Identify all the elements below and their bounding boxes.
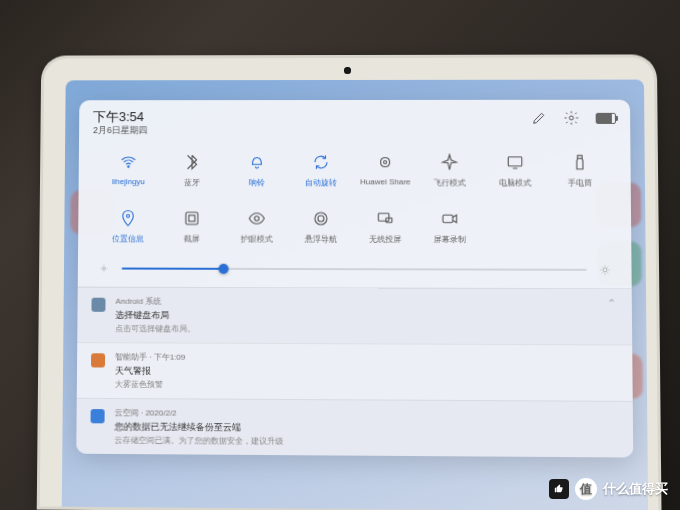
notification-app-icon: [91, 353, 105, 367]
qs-label: 电脑模式: [499, 178, 531, 189]
location-icon: [119, 209, 137, 227]
qs-toggle-airplane[interactable]: 飞行模式: [418, 146, 483, 198]
share-icon: [376, 153, 394, 171]
svg-point-14: [102, 267, 105, 270]
float-icon: [312, 210, 330, 228]
notification-item[interactable]: Android 系统选择键盘布局点击可选择键盘布局。⌃: [77, 287, 632, 345]
svg-rect-11: [379, 214, 390, 222]
qs-label: 悬浮导航: [305, 234, 337, 245]
notification-source: 云空间 · 2020/2/2: [115, 407, 619, 421]
svg-rect-7: [189, 216, 195, 222]
qs-label: 手电筒: [568, 178, 592, 189]
watermark-badge: 值: [575, 478, 597, 500]
watermark: 值 什么值得买: [549, 478, 668, 500]
airplane-icon: [441, 153, 459, 171]
chevron-up-icon[interactable]: ⌃: [605, 298, 618, 337]
record-icon: [441, 210, 459, 228]
qs-label: Huawei Share: [360, 178, 411, 187]
watermark-text: 什么值得买: [603, 480, 668, 498]
qs-label: 自动旋转: [305, 177, 337, 188]
svg-point-5: [127, 215, 130, 218]
svg-point-8: [254, 216, 259, 221]
svg-point-0: [569, 116, 573, 120]
qs-toggle-wifi[interactable]: lihejingyu: [96, 146, 160, 198]
svg-point-10: [315, 213, 327, 225]
thumbs-up-icon: [549, 479, 569, 499]
cast-icon: [376, 210, 394, 228]
qs-label: 无线投屏: [369, 234, 401, 245]
notification-app-icon: [91, 409, 105, 423]
qs-toggle-eye[interactable]: 护眼模式: [224, 203, 288, 256]
qs-label: 护眼模式: [240, 234, 272, 245]
qs-toggle-share[interactable]: Huawei Share: [353, 146, 418, 198]
clock-date: 2月6日星期四: [93, 126, 148, 136]
brightness-high-icon: [599, 264, 611, 276]
qs-label: 响铃: [248, 177, 264, 188]
settings-icon[interactable]: [563, 110, 579, 126]
rotate-icon: [312, 153, 330, 171]
qs-label: 屏幕录制: [434, 234, 466, 245]
notification-panel: 下午3:54 2月6日星期四 lihejingyu蓝牙响铃自动旋转Huawei …: [76, 100, 633, 458]
battery-icon: [596, 112, 616, 123]
qs-toggle-record[interactable]: 屏幕录制: [418, 203, 483, 256]
notification-title: 天气警报: [115, 365, 618, 381]
brightness-low-icon: [98, 263, 110, 275]
flashlight-icon: [571, 153, 589, 171]
notification-app-icon: [91, 298, 105, 312]
wifi-icon: [120, 153, 138, 171]
svg-rect-13: [443, 215, 453, 223]
notification-text: 点击可选择键盘布局。: [115, 323, 595, 336]
notification-item[interactable]: 智能助手 · 下午1:09天气警报大雾蓝色预警: [77, 342, 633, 401]
svg-rect-3: [508, 157, 522, 166]
qs-label: 飞行模式: [434, 178, 466, 189]
edit-icon[interactable]: [531, 110, 547, 126]
svg-point-1: [128, 166, 130, 168]
desktop-icon: [506, 153, 524, 171]
svg-rect-6: [186, 213, 198, 225]
qs-toggle-float[interactable]: 悬浮导航: [288, 203, 353, 256]
notification-source: Android 系统: [115, 296, 595, 309]
notification-text: 云存储空间已满。为了您的数据安全，建议升级: [114, 435, 618, 450]
svg-rect-4: [577, 156, 582, 159]
bell-icon: [248, 153, 266, 171]
bluetooth-icon: [183, 153, 201, 171]
svg-point-15: [603, 268, 607, 272]
qs-toggle-screenshot[interactable]: 截屏: [160, 202, 224, 254]
notification-title: 选择键盘布局: [115, 309, 595, 324]
qs-toggle-cast[interactable]: 无线投屏: [353, 203, 418, 256]
svg-point-9: [318, 216, 324, 222]
qs-label: lihejingyu: [112, 177, 145, 186]
qs-toggle-rotate[interactable]: 自动旋转: [289, 146, 353, 198]
qs-toggle-bluetooth[interactable]: 蓝牙: [160, 146, 224, 198]
qs-label: 蓝牙: [184, 177, 200, 188]
notification-text: 大雾蓝色预警: [115, 379, 619, 393]
screenshot-icon: [183, 209, 201, 227]
svg-point-2: [384, 161, 387, 164]
qs-toggle-desktop[interactable]: 电脑模式: [482, 146, 547, 199]
tablet-camera: [344, 67, 351, 74]
qs-toggle-flashlight[interactable]: 手电筒: [547, 146, 613, 199]
notification-source: 智能助手 · 下午1:09: [115, 352, 618, 366]
clock-time: 下午3:54: [93, 110, 148, 124]
qs-label: 截屏: [184, 234, 200, 245]
qs-label: 位置信息: [112, 233, 144, 244]
brightness-slider-row: [78, 255, 632, 289]
qs-toggle-location[interactable]: 位置信息: [96, 202, 160, 254]
brightness-slider[interactable]: [122, 268, 587, 271]
qs-toggle-bell[interactable]: 响铃: [224, 146, 288, 198]
notification-item[interactable]: 云空间 · 2020/2/2您的数据已无法继续备份至云端云存储空间已满。为了您的…: [76, 398, 633, 458]
eye-icon: [247, 210, 265, 228]
